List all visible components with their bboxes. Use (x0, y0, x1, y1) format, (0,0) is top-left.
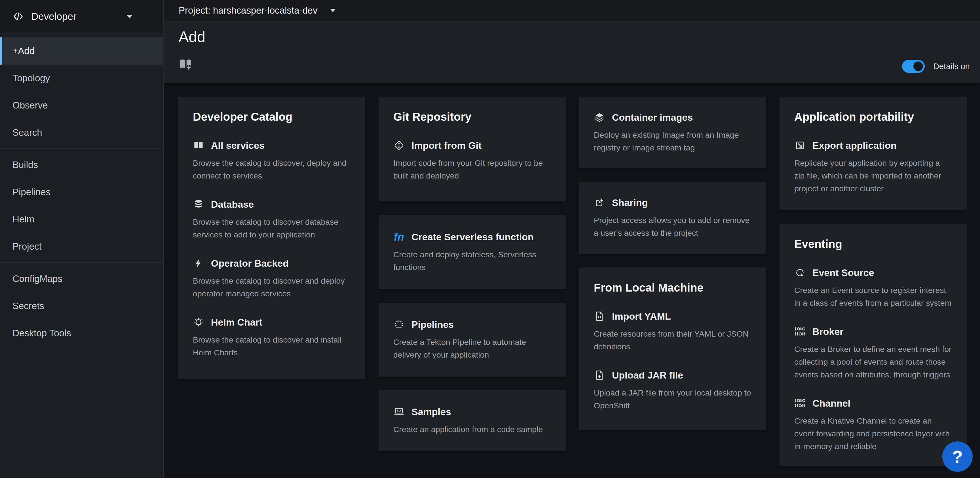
page-title: Add (179, 29, 980, 45)
tile-create-serverless-function: fn Create Serverless function Create and… (393, 231, 551, 274)
sidebar-item-add[interactable]: +Add (0, 37, 163, 65)
tile-link[interactable]: Container images (594, 111, 751, 124)
sidebar-item-builds[interactable]: Builds (0, 151, 163, 178)
card-developer-catalog: Developer Catalog All services Browse th… (178, 97, 365, 379)
card-eventing: Eventing Event Source (780, 224, 967, 466)
sidebar-nav: +Add Topology Observe Search Builds Pipe… (0, 33, 163, 347)
tile-import-from-git: Import from Git Import code from your Gi… (393, 139, 551, 182)
tile-description: Deploy an existing Image from an Image r… (594, 129, 751, 154)
toggle-knob (913, 62, 923, 71)
event-source-icon (794, 267, 806, 278)
tile-container-images: Container images Deploy an existing Imag… (594, 111, 751, 154)
card-column: Container images Deploy an existing Imag… (579, 97, 766, 430)
card-pipelines: Pipelines Create a Tekton Pipeline to au… (379, 303, 566, 376)
tile-description: Browse the catalog to discover and deplo… (193, 275, 350, 300)
sidebar-item-desktop-tools[interactable]: Desktop Tools (0, 319, 163, 347)
tile-description: Create a Knative Channel to create an ev… (794, 414, 952, 453)
pipelines-icon (393, 319, 405, 330)
card-title: Eventing (794, 237, 952, 251)
nav-divider (0, 262, 163, 263)
card-column: Git Repository (379, 97, 566, 451)
help-button[interactable]: ? (942, 441, 973, 472)
card-column: Application portability (780, 97, 967, 466)
sidebar-item-search[interactable]: Search (0, 119, 163, 146)
sidebar-item-pipelines[interactable]: Pipelines (0, 178, 163, 206)
sidebar-item-topology[interactable]: Topology (0, 65, 163, 92)
book-plus-icon (179, 57, 193, 71)
help-icon: ? (952, 446, 963, 467)
sidebar-item-secrets[interactable]: Secrets (0, 292, 163, 319)
card-container-images: Container images Deploy an existing Imag… (579, 97, 766, 168)
tile-link[interactable]: Export application (794, 139, 952, 152)
helm-icon (193, 316, 204, 328)
tile-description: Create resources from their YAML or JSON… (594, 327, 751, 353)
tile-description: Create a Broker to define an event mesh … (794, 343, 952, 381)
card-serverless-function: fn Create Serverless function Create and… (379, 215, 566, 289)
tile-description: Browse the catalog to discover, deploy a… (193, 157, 350, 182)
tile-description: Import code from your Git repository to … (393, 157, 551, 182)
perspective-switcher[interactable]: Developer (0, 0, 163, 33)
sidebar-item-configmaps[interactable]: ConfigMaps (0, 265, 163, 292)
app-screen: Developer +Add Topology Observe Search B… (0, 0, 980, 478)
database-icon (193, 199, 204, 210)
card-sharing: Sharing Project access allows you to add… (579, 182, 766, 254)
sidebar-item-observe[interactable]: Observe (0, 92, 163, 119)
card-application-portability: Application portability (780, 97, 967, 210)
tile-export-application: Export application Replicate your applic… (794, 139, 952, 195)
add-page-content: Developer Catalog All services Browse th… (164, 83, 980, 478)
sidebar-item-project[interactable]: Project (0, 233, 163, 260)
file-upload-icon (594, 370, 605, 381)
tile-link[interactable]: Pipelines (393, 318, 551, 331)
tile-upload-jar-file: Upload JAR file Upload a JAR file from y… (594, 369, 751, 412)
broker-icon (794, 326, 806, 337)
details-toggle-label: Details on (933, 62, 970, 71)
tile-link[interactable]: Samples (393, 405, 551, 418)
details-toggle-switch[interactable] (902, 60, 925, 73)
export-icon (794, 140, 806, 151)
card-git-repository: Git Repository (379, 97, 566, 202)
code-icon (13, 11, 24, 22)
tile-description: Upload a JAR file from your local deskto… (594, 386, 751, 412)
tile-description: Create a Tekton Pipeline to automate del… (393, 336, 551, 361)
tile-description: Replicate your application by exporting … (794, 157, 952, 195)
tile-link[interactable]: Channel (794, 397, 952, 410)
tile-operator-backed: Operator Backed Browse the catalog to di… (193, 257, 350, 300)
quick-start-catalog-button[interactable] (179, 57, 193, 71)
tile-event-source: Event Source Create an Event source to r… (794, 266, 952, 310)
main-area: Project: harshcasper-localsta-dev Add D (164, 0, 980, 478)
tile-description: Create and deploy stateless, Serverless … (393, 248, 551, 274)
card-from-local-machine: From Local Machine Im (579, 267, 766, 430)
share-icon (594, 197, 605, 208)
page-header: Add Details on (164, 22, 980, 83)
book-icon (193, 140, 204, 151)
tile-description: Browse the catalog to discover database … (193, 216, 350, 241)
layers-icon (594, 112, 605, 123)
card-title: Developer Catalog (193, 110, 350, 123)
tile-samples: Samples Create an application from a cod… (393, 405, 551, 436)
tile-link[interactable]: All services (193, 139, 350, 152)
tile-link[interactable]: Sharing (594, 196, 751, 209)
git-icon (393, 140, 405, 151)
tile-link[interactable]: Operator Backed (193, 257, 350, 270)
tile-link[interactable]: Database (193, 198, 350, 211)
sidebar: Developer +Add Topology Observe Search B… (0, 0, 164, 478)
perspective-label: Developer (31, 11, 76, 22)
tile-link[interactable]: Helm Chart (193, 316, 350, 329)
sidebar-item-helm[interactable]: Helm (0, 206, 163, 233)
tile-link[interactable]: Broker (794, 325, 952, 338)
tile-description: Create an application from a code sample (393, 423, 551, 436)
project-selector[interactable]: Project: harshcasper-localsta-dev (164, 0, 980, 22)
chevron-down-icon (126, 15, 133, 18)
tile-description: Project access allows you to add or remo… (594, 214, 751, 240)
tile-link[interactable]: Upload JAR file (594, 369, 751, 381)
tile-link[interactable]: Import YAML (594, 310, 751, 322)
tile-link[interactable]: Import from Git (393, 139, 551, 152)
tile-link[interactable]: fn Create Serverless function (393, 231, 551, 243)
tile-sharing: Sharing Project access allows you to add… (594, 196, 751, 240)
tile-import-yaml: Import YAML Create resources from their … (594, 310, 751, 353)
tile-link[interactable]: Event Source (794, 266, 952, 279)
channel-icon (794, 397, 806, 409)
nav-divider (0, 148, 163, 149)
card-samples: Samples Create an application from a cod… (379, 390, 566, 451)
tile-database: Database Browse the catalog to discover … (193, 198, 350, 241)
